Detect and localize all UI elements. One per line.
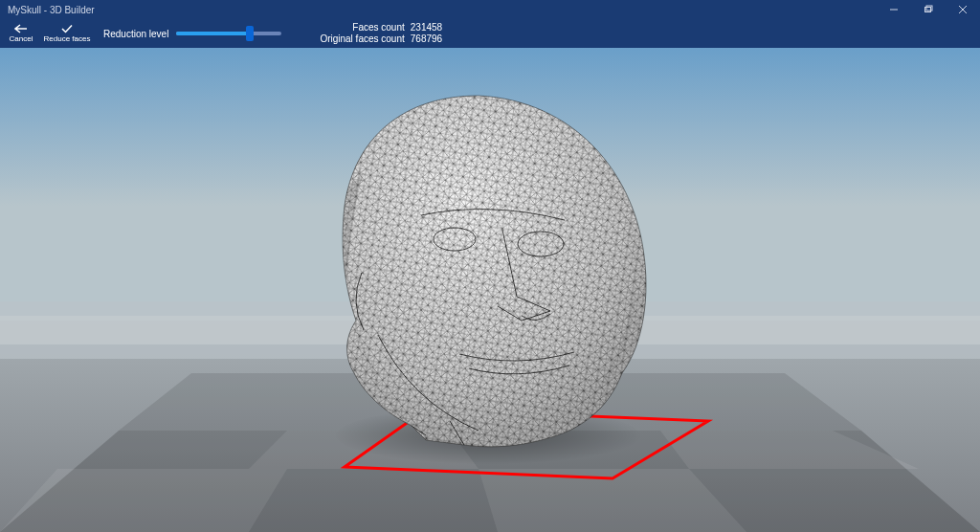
original-faces-label: Original faces count [320, 33, 404, 45]
minimize-button[interactable] [877, 0, 911, 19]
command-bar: Cancel Reduce faces Reduction level Face… [0, 19, 980, 48]
reduction-slider-label: Reduction level [103, 29, 168, 39]
close-button[interactable] [946, 0, 980, 19]
maximize-icon [924, 5, 933, 14]
back-arrow-icon [14, 24, 28, 33]
svg-rect-1 [925, 8, 931, 12]
accept-button[interactable]: Reduce faces [42, 19, 92, 48]
window-titlebar: MySkull - 3D Builder [0, 0, 980, 19]
viewport-3d[interactable] [0, 48, 980, 532]
svg-rect-2 [926, 6, 932, 11]
reduction-slider-thumb[interactable] [246, 26, 254, 41]
checkmark-icon [60, 24, 74, 33]
viewport-canvas [0, 48, 980, 532]
faces-count-label: Faces count [352, 22, 404, 33]
minimize-icon [889, 5, 899, 14]
reduction-slider[interactable] [176, 32, 281, 35]
accept-label: Reduce faces [44, 34, 91, 43]
maximize-button[interactable] [911, 0, 946, 19]
reduction-slider-fill [176, 32, 250, 35]
window-title: MySkull - 3D Builder [8, 5, 95, 15]
cancel-label: Cancel [10, 34, 33, 43]
face-count-stats: Faces count 231458 Original faces count … [320, 22, 448, 45]
close-icon [958, 5, 968, 14]
faces-count-value: 231458 [411, 22, 449, 33]
original-faces-value: 768796 [411, 33, 449, 45]
window-controls [877, 0, 980, 19]
reduction-slider-group: Reduction level [103, 29, 281, 39]
cancel-button[interactable]: Cancel [0, 19, 42, 48]
